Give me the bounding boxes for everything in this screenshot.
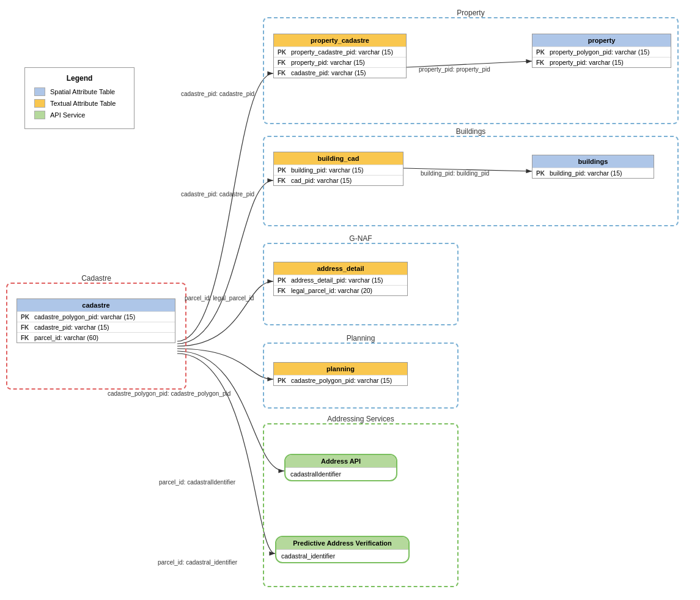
key-pk: PK (21, 314, 34, 320)
legend-title: Legend (34, 74, 125, 83)
legend-item-spatial: Spatial Attribute Table (34, 87, 125, 96)
entity-address-api: Address API cadastralIdentifier (284, 454, 397, 481)
field-value: cad_pid: varchar (15) (291, 177, 352, 184)
entity-header-planning: planning (274, 363, 407, 375)
api-color-swatch (34, 111, 45, 119)
key-pk: PK (536, 170, 550, 177)
field-value: legal_parcel_id: varchar (20) (291, 287, 372, 294)
legend-label-api: API Service (50, 111, 85, 119)
table-row: PK building_pid: varchar (15) (532, 168, 654, 178)
key-pk: PK (278, 277, 291, 284)
api-body-pav: cadastral_identifier (276, 549, 408, 562)
rel-label-r7: property_pid: property_pid (419, 66, 490, 73)
group-label-property: Property (454, 9, 487, 17)
table-row: FK cad_pid: varchar (15) (274, 175, 403, 185)
table-row: PK property_cadastre_pid: varchar (15) (274, 46, 406, 57)
legend: Legend Spatial Attribute Table Textual A… (24, 67, 134, 129)
field-value: building_pid: varchar (15) (291, 166, 363, 174)
table-row: PK property_polygon_pid: varchar (15) (532, 46, 671, 57)
field-value: cadastre_pid: varchar (15) (34, 324, 109, 331)
entity-planning: planning PK cadastre_polygon_pid: varcha… (273, 362, 408, 386)
field-value: address_detail_pid: varchar (15) (291, 276, 383, 284)
rel-label-r4: cadastre_polygon_pid: cadastre_polygon_p… (108, 390, 230, 397)
entity-buildings: buildings PK building_pid: varchar (15) (532, 155, 654, 179)
entity-header-address-detail: address_detail (274, 262, 407, 275)
field-value: building_pid: varchar (15) (550, 169, 622, 177)
legend-item-textual: Textual Attribute Table (34, 99, 125, 108)
field-value: cadastre_pid: varchar (15) (291, 69, 366, 76)
entity-property: property PK property_polygon_pid: varcha… (532, 34, 671, 68)
rel-label-r3: parcel_id: legal_parcel_id (185, 295, 254, 302)
field-value: property_pid: varchar (15) (291, 59, 365, 66)
legend-label-spatial: Spatial Attribute Table (50, 88, 115, 95)
key-fk: FK (278, 177, 291, 184)
table-row: FK property_pid: varchar (15) (532, 57, 671, 67)
entity-pav: Predictive Address Verification cadastra… (275, 536, 410, 563)
key-pk: PK (278, 49, 291, 56)
key-fk: FK (278, 70, 291, 76)
key-pk: PK (536, 49, 550, 56)
entity-property-cadastre: property_cadastre PK property_cadastre_p… (273, 34, 407, 78)
table-row: FK cadastre_pid: varchar (15) (274, 67, 406, 78)
textual-color-swatch (34, 99, 45, 108)
field-value: property_cadastre_pid: varchar (15) (291, 48, 393, 56)
rel-label-r5: parcel_id: cadastralIdentifier (159, 479, 235, 486)
spatial-color-swatch (34, 87, 45, 96)
entity-header-property-cadastre: property_cadastre (274, 34, 406, 46)
key-fk: FK (536, 59, 550, 66)
entity-header-building-cad: building_cad (274, 152, 403, 165)
table-row: FK cadastre_pid: varchar (15) (17, 322, 175, 332)
group-label-cadastre: Cadastre (79, 274, 114, 283)
rel-label-r2: cadastre_pid: cadastre_pid (181, 191, 254, 198)
legend-label-textual: Textual Attribute Table (50, 100, 116, 107)
api-header-pav: Predictive Address Verification (276, 537, 408, 549)
key-pk: PK (278, 167, 291, 174)
entity-building-cad: building_cad PK building_pid: varchar (1… (273, 152, 403, 186)
table-row: FK property_pid: varchar (15) (274, 57, 406, 67)
key-fk: FK (21, 324, 34, 331)
group-label-gnaf: G-NAF (347, 234, 374, 243)
table-row: PK address_detail_pid: varchar (15) (274, 275, 407, 285)
entity-header-buildings: buildings (532, 155, 654, 168)
table-row: PK cadastre_polygon_pid: varchar (15) (17, 311, 175, 322)
key-fk: FK (278, 59, 291, 66)
group-label-buildings: Buildings (454, 127, 488, 136)
table-row: PK building_pid: varchar (15) (274, 165, 403, 175)
entity-cadastre: cadastre PK cadastre_polygon_pid: varcha… (17, 298, 175, 343)
group-label-addressing: Addressing Services (325, 415, 396, 423)
table-row: FK parcel_id: varchar (60) (17, 332, 175, 343)
field-value: cadastre_polygon_pid: varchar (15) (291, 377, 392, 384)
entity-address-detail: address_detail PK address_detail_pid: va… (273, 262, 408, 296)
field-value: property_polygon_pid: varchar (15) (550, 48, 649, 56)
key-fk: FK (21, 335, 34, 341)
table-row: FK legal_parcel_id: varchar (20) (274, 285, 407, 295)
table-row: PK cadastre_polygon_pid: varchar (15) (274, 375, 407, 385)
field-value: cadastre_polygon_pid: varchar (15) (34, 313, 135, 320)
group-label-planning: Planning (344, 334, 378, 343)
api-header-address: Address API (286, 455, 396, 467)
rel-label-r1: cadastre_pid: cadastre_pid (181, 91, 254, 97)
entity-header-cadastre: cadastre (17, 299, 175, 311)
field-value: property_pid: varchar (15) (550, 59, 624, 66)
key-pk: PK (278, 377, 291, 384)
api-body-address: cadastralIdentifier (286, 467, 396, 480)
rel-label-r8: building_pid: building_pid (421, 170, 489, 177)
rel-label-r6: parcel_id: cadastral_identifier (158, 559, 237, 566)
key-fk: FK (278, 287, 291, 294)
entity-header-property: property (532, 34, 671, 46)
legend-item-api: API Service (34, 111, 125, 119)
field-value: parcel_id: varchar (60) (34, 334, 98, 341)
